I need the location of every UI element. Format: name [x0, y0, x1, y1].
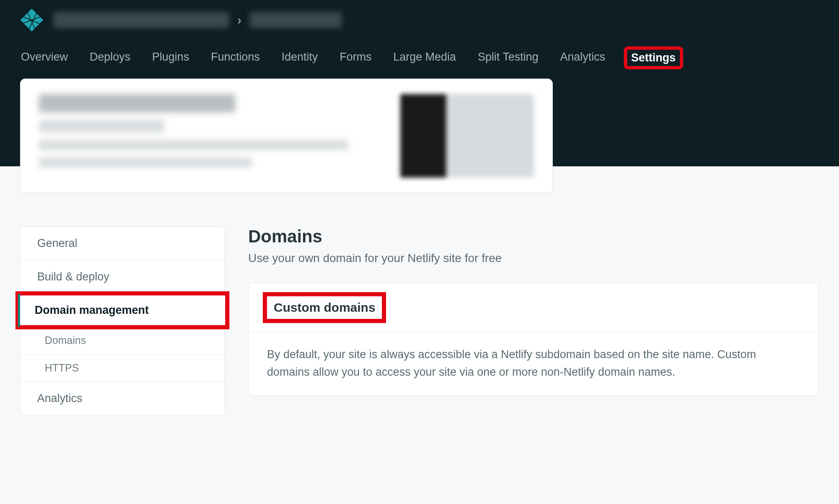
site-title-redacted — [39, 94, 235, 112]
custom-domains-panel-header: Custom domains — [249, 284, 819, 332]
custom-domains-title: Custom domains — [267, 296, 382, 319]
tab-overview[interactable]: Overview — [20, 49, 69, 67]
custom-domains-description: By default, your site is always accessib… — [249, 332, 819, 395]
sidebar-item-sidebar-analytics[interactable]: Analytics — [20, 382, 224, 415]
sidebar-item-build-deploy[interactable]: Build & deploy — [20, 260, 224, 294]
netlify-logo-icon[interactable] — [20, 8, 43, 32]
sidebar-item-domain-management[interactable]: Domain management — [18, 294, 227, 327]
breadcrumb-items: › — [53, 12, 342, 28]
site-nav-tabs: Overview Deploys Plugins Functions Ident… — [0, 38, 839, 79]
tab-plugins[interactable]: Plugins — [151, 49, 190, 67]
content-area: General Build & deploy Domain management… — [0, 166, 839, 432]
breadcrumb-team-redacted[interactable] — [53, 12, 229, 28]
site-summary-text — [39, 94, 348, 168]
breadcrumb: › — [0, 0, 839, 38]
sidebar-item-domain-management-highlight: Domain management — [18, 294, 227, 327]
site-summary-card-wrap — [20, 79, 819, 193]
breadcrumb-site-redacted[interactable] — [250, 12, 342, 28]
tab-forms[interactable]: Forms — [339, 49, 373, 67]
site-meta-line1-redacted — [39, 140, 348, 150]
site-summary-card — [20, 79, 553, 193]
tab-split-testing[interactable]: Split Testing — [477, 49, 539, 67]
page-title: Domains — [248, 227, 819, 247]
tab-identity[interactable]: Identity — [281, 49, 319, 67]
tab-deploys[interactable]: Deploys — [89, 49, 132, 67]
site-url-redacted — [39, 120, 164, 132]
sidebar-item-general[interactable]: General — [20, 227, 224, 260]
settings-main: Domains Use your own domain for your Net… — [248, 227, 819, 396]
chevron-right-icon: › — [237, 14, 242, 26]
tab-analytics[interactable]: Analytics — [559, 49, 606, 67]
site-screenshot-thumbnail — [400, 94, 534, 178]
custom-domains-panel: Custom domains By default, your site is … — [248, 283, 819, 396]
settings-sidebar: General Build & deploy Domain management… — [20, 227, 225, 415]
sidebar-subitem-https[interactable]: HTTPS — [20, 354, 224, 382]
site-meta-line2-redacted — [39, 158, 252, 168]
tab-functions[interactable]: Functions — [210, 49, 261, 67]
sidebar-subitem-domains[interactable]: Domains — [20, 327, 224, 354]
tab-settings[interactable]: Settings — [626, 49, 681, 67]
tab-large-media[interactable]: Large Media — [392, 49, 457, 67]
page-subtitle: Use your own domain for your Netlify sit… — [248, 252, 819, 265]
